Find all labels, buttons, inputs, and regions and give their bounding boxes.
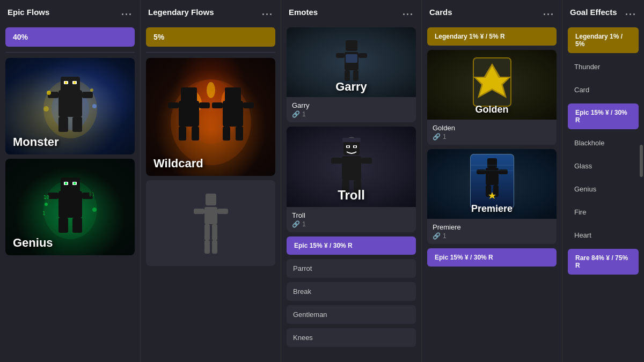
- blackhole-item[interactable]: Blackhole: [568, 134, 639, 152]
- monster-figure: [38, 61, 103, 144]
- goal-effects-header: Goal Effects ...: [562, 0, 644, 24]
- svg-rect-69: [354, 146, 356, 147]
- divider-2: [146, 52, 275, 53]
- svg-rect-45: [212, 102, 223, 108]
- garry-info: Garry 🔗 1: [287, 97, 416, 122]
- emotes-title: Emotes: [289, 8, 318, 17]
- legendary-flows-column: Legendary Flows ... 5%: [141, 0, 281, 362]
- svg-rect-17: [58, 191, 82, 218]
- genius-item-goal[interactable]: Genius: [568, 180, 639, 198]
- gentleman-item[interactable]: Gentleman: [287, 305, 416, 324]
- svg-rect-71: [361, 158, 372, 164]
- svg-rect-48: [236, 127, 243, 141]
- goal-rare-bar: Rare 84% ¥ / 75% R: [568, 249, 639, 275]
- troll-info: Troll 🔗 1: [287, 207, 416, 232]
- svg-rect-2: [58, 90, 82, 117]
- monster-card[interactable]: Monster: [5, 58, 135, 154]
- svg-rect-63: [346, 54, 357, 63]
- emotes-epic-bar: Epic 15% ¥ / 30% R: [287, 237, 416, 255]
- svg-point-36: [207, 82, 215, 98]
- svg-text:1: 1: [42, 211, 45, 216]
- svg-rect-40: [199, 102, 210, 108]
- svg-rect-11: [72, 117, 82, 132]
- goal-effects-column: Goal Effects ... Legendary 1% / 5% Thund…: [562, 0, 644, 362]
- troll-emote-card[interactable]: Troll Troll 🔗 1: [287, 127, 416, 232]
- premiere-name: Premiere: [433, 223, 551, 231]
- svg-rect-38: [181, 87, 197, 102]
- troll-label: Troll: [338, 188, 365, 203]
- cards-header: Cards ...: [422, 0, 562, 24]
- genius-label: Genius: [13, 236, 53, 250]
- svg-point-13: [90, 88, 93, 92]
- svg-rect-64: [342, 156, 361, 180]
- wildcard-card[interactable]: Wildcard: [146, 58, 275, 176]
- svg-rect-54: [212, 224, 217, 240]
- wildcard-label: Wildcard: [153, 157, 203, 171]
- golden-name: Golden: [433, 124, 551, 132]
- goal-effects-menu[interactable]: ...: [625, 6, 636, 18]
- garry-coins: 🔗 1: [292, 110, 411, 118]
- emotes-menu[interactable]: ...: [402, 6, 414, 18]
- golden-image: Golden: [427, 50, 557, 120]
- fire-item[interactable]: Fire: [568, 203, 639, 221]
- svg-rect-59: [336, 53, 345, 58]
- epic-flows-header: Epic Flows ...: [0, 0, 140, 24]
- svg-rect-58: [346, 40, 357, 51]
- monster-image: Monster: [5, 58, 135, 154]
- svg-rect-7: [74, 82, 76, 84]
- heart-item[interactable]: Heart: [568, 226, 639, 245]
- troll-name: Troll: [292, 211, 411, 219]
- garry-emote-card[interactable]: Garry Garry 🔗 1: [287, 27, 416, 122]
- troll-coins: 🔗 1: [292, 220, 411, 228]
- golden-coins: 🔗 1: [433, 133, 551, 141]
- svg-point-12: [47, 91, 51, 95]
- parrot-item[interactable]: Parrot: [287, 259, 416, 278]
- svg-rect-44: [225, 87, 241, 102]
- troll-image: Troll: [287, 127, 416, 207]
- break-item[interactable]: Break: [287, 282, 416, 301]
- svg-rect-68: [347, 146, 349, 147]
- legendary-flows-progress: 5%: [146, 27, 275, 47]
- garry-figure: [333, 32, 370, 85]
- golden-card[interactable]: Golden Golden 🔗 1: [427, 50, 557, 145]
- premiere-coins: 🔗 1: [433, 232, 551, 240]
- cards-menu[interactable]: ...: [543, 6, 554, 18]
- svg-rect-39: [168, 102, 179, 108]
- wildcard-figure: [163, 58, 259, 165]
- card-item-goal[interactable]: Card: [568, 80, 639, 99]
- genius-card[interactable]: 10 01 1 Genius: [5, 159, 135, 255]
- svg-rect-60: [358, 53, 367, 58]
- svg-rect-83: [499, 169, 508, 174]
- svg-point-15: [92, 104, 97, 108]
- ghost-card[interactable]: [146, 180, 275, 266]
- thunder-item[interactable]: Thunder: [568, 57, 639, 76]
- legendary-flows-menu[interactable]: ...: [262, 6, 273, 18]
- svg-rect-41: [179, 127, 186, 141]
- svg-rect-10: [58, 117, 68, 132]
- epic-flows-progress: 40%: [5, 27, 135, 47]
- garry-image: Garry: [287, 27, 416, 97]
- garry-label: Garry: [335, 80, 367, 94]
- epic-flows-menu[interactable]: ...: [121, 6, 133, 18]
- svg-rect-50: [206, 194, 216, 205]
- cards-epic-bar: Epic 15% ¥ / 30% R: [427, 248, 557, 267]
- glass-item[interactable]: Glass: [568, 157, 639, 175]
- svg-rect-25: [58, 218, 68, 233]
- svg-rect-55: [204, 240, 210, 254]
- goal-epic-bar: Epic 15% ¥ / 30% R: [568, 104, 639, 129]
- cards-legendary-bar: Legendary 1% ¥ / 5% R: [427, 27, 557, 46]
- golden-card-art: [468, 53, 516, 112]
- goal-effects-title: Goal Effects: [570, 8, 617, 17]
- svg-rect-81: [487, 158, 497, 168]
- knees-item[interactable]: Knees: [287, 328, 416, 347]
- svg-rect-61: [345, 70, 350, 81]
- premiere-card-art: [468, 152, 516, 211]
- monster-label: Monster: [13, 135, 59, 149]
- premiere-image: Premiere: [427, 149, 557, 219]
- emotes-column: Emotes ... Garry Garry: [281, 0, 422, 362]
- genius-image: 10 01 1 Genius: [5, 159, 135, 255]
- svg-point-30: [45, 203, 48, 206]
- svg-rect-51: [194, 209, 204, 214]
- premiere-card[interactable]: Premiere Premiere 🔗 1: [427, 149, 557, 244]
- scroll-indicator: [640, 145, 643, 177]
